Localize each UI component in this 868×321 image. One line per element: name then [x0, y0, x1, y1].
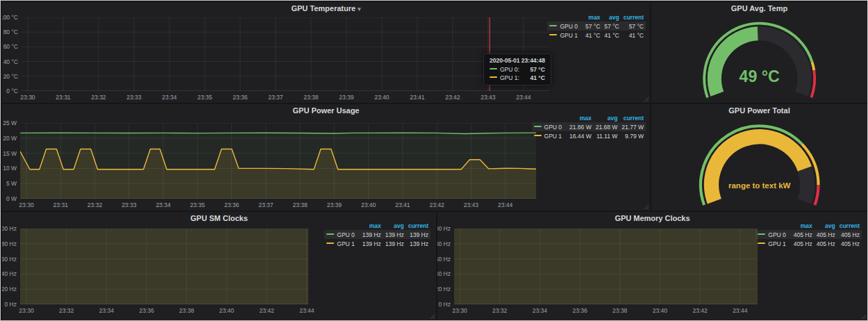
tooltip-series-label: GPU 0: [500, 66, 519, 73]
x-tick-label: 23:32 [91, 94, 106, 101]
x-tick-label: 23:41 [410, 94, 424, 101]
legend-value: 21.68 W [594, 122, 620, 131]
legend-value: 405 Hz [815, 230, 837, 239]
legend-column-header[interactable]: current [619, 114, 646, 122]
gpu-avg-temp-gauge: 49 °C [651, 14, 867, 101]
chevron-down-icon: ▾ [358, 6, 361, 13]
legend-column-header[interactable]: current [406, 222, 431, 230]
legend-series-toggle[interactable]: GPU 0 [324, 230, 360, 239]
gauge-value-text: range to text kW [728, 181, 791, 190]
legend-gpu-temperature: maxavgcurrentGPU 057 °C57 °C57 °CGPU 141… [547, 13, 646, 40]
legend-series-toggle[interactable]: GPU 0 [532, 122, 568, 131]
panel-title-gpu-temperature[interactable]: GPU Temperature▾ [2, 4, 650, 14]
x-tick-label: 23:30 [452, 307, 467, 314]
legend-column-header[interactable]: max [360, 222, 383, 230]
panel-resize-handle[interactable] [861, 314, 867, 320]
legend-gpu-memory-clocks: maxavgcurrentGPU 0405 Hz405 Hz405 HzGPU … [756, 222, 862, 248]
x-tick-label: 23:32 [87, 201, 102, 208]
y-tick-label: 0 °C [6, 88, 18, 94]
x-tick-label: 23:40 [653, 307, 667, 314]
x-tick-label: 23:33 [126, 94, 141, 101]
legend-header-spacer [324, 222, 360, 230]
y-tick-label: 100 Hz [2, 225, 17, 232]
x-tick-label: 23:42 [429, 201, 444, 208]
legend-series-toggle[interactable]: GPU 1 [324, 239, 360, 248]
y-tick-label: 40 Hz [437, 270, 451, 277]
legend-value: 57 °C [621, 22, 646, 31]
legend-column-header[interactable]: max [583, 13, 602, 22]
legend-row: GPU 0405 Hz405 Hz405 Hz [756, 230, 862, 239]
panel-gpu-avg-temp: GPU Avg. Temp 49 °C [651, 2, 867, 103]
y-tick-label: 10 W [3, 165, 17, 172]
legend-column-header[interactable]: current [837, 222, 862, 230]
legend-column-header[interactable]: avg [383, 222, 406, 230]
legend-column-header[interactable]: max [792, 222, 815, 230]
tooltip-row: GPU 0:57 °C [490, 66, 545, 73]
legend-series-toggle[interactable]: GPU 1 [756, 239, 792, 248]
y-tick-label: 80 °C [3, 28, 18, 35]
gpu-sm-clocks-chart[interactable]: 100 Hz80 Hz60 Hz40 Hz20 Hz0 Hz23:3023:32… [20, 229, 308, 304]
legend-gpu-sm-clocks: maxavgcurrentGPU 0139 Hz139 Hz139 HzGPU … [324, 222, 431, 248]
x-tick-label: 23:30 [20, 94, 35, 101]
x-tick-label: 23:44 [733, 307, 747, 314]
gpu-temperature-chart[interactable]: 100 °C80 °C60 °C40 °C20 °C0 °C23:3023:31… [22, 17, 550, 91]
legend-series-toggle[interactable]: GPU 0 [547, 22, 583, 31]
panel-title-text: GPU Memory Clocks [615, 214, 690, 222]
gpu-power-usage-chart[interactable]: 25 W20 W15 W10 W5 W0 W23:3023:3123:3223:… [20, 123, 536, 199]
series-color-dash-icon [326, 233, 334, 235]
panel-title-gpu-avg-temp[interactable]: GPU Avg. Temp [651, 4, 867, 14]
legend-value: 405 Hz [792, 239, 815, 248]
panel-title-gpu-power-total[interactable]: GPU Power Total [651, 106, 867, 116]
panel-gpu-memory-clocks: GPU Memory Clocks 100 Hz80 Hz60 Hz40 Hz2… [437, 212, 867, 320]
legend-value: 57 °C [583, 22, 602, 31]
legend-series-toggle[interactable]: GPU 1 [532, 131, 568, 140]
legend-row: GPU 141 °C41 °C41 °C [547, 31, 646, 40]
legend-column-header[interactable]: avg [815, 222, 837, 230]
tooltip-series-value: 41 °C [531, 74, 545, 81]
x-tick-label: 23:35 [190, 201, 205, 208]
legend-column-header[interactable]: avg [602, 13, 621, 22]
y-tick-label: 20 W [3, 135, 17, 142]
legend-value: 405 Hz [792, 230, 815, 239]
x-tick-label: 23:36 [139, 307, 153, 314]
legend-value: 139 Hz [406, 239, 431, 248]
y-tick-label: 100 Hz [437, 225, 451, 232]
tooltip-series-value: 57 °C [531, 66, 545, 73]
legend-column-header[interactable]: avg [594, 114, 620, 122]
legend-value: 16.44 W [567, 131, 594, 140]
legend-row: GPU 1405 Hz405 Hz405 Hz [756, 239, 862, 248]
panel-gpu-power-usage: GPU Power Usage 25 W20 W15 W10 W5 W0 W23… [2, 104, 650, 211]
x-tick-label: 23:38 [303, 94, 318, 101]
y-tick-label: 60 Hz [2, 256, 17, 263]
legend-value: 139 Hz [383, 239, 406, 248]
legend-value: 41 °C [602, 31, 621, 40]
panel-gpu-power-total: GPU Power Total range to text kW [651, 104, 867, 211]
panel-resize-handle[interactable] [644, 97, 649, 102]
x-tick-label: 23:43 [481, 94, 495, 101]
tooltip-row: GPU 1:41 °C [490, 74, 545, 81]
legend-series-toggle[interactable]: GPU 0 [756, 230, 792, 239]
x-tick-label: 23:30 [19, 307, 33, 314]
panel-resize-handle[interactable] [644, 204, 649, 210]
legend-series-toggle[interactable]: GPU 1 [547, 31, 583, 40]
x-tick-label: 23:37 [268, 94, 283, 101]
tooltip-timestamp: 2020-05-01 23:44:48 [490, 57, 545, 64]
x-tick-label: 23:34 [533, 307, 547, 314]
legend-column-header[interactable]: max [567, 114, 594, 122]
y-tick-label: 60 Hz [437, 256, 451, 263]
legend-value: 139 Hz [383, 230, 406, 239]
gpu-memory-clocks-chart[interactable]: 100 Hz80 Hz60 Hz40 Hz20 Hz0 Hz23:3023:32… [454, 229, 758, 304]
y-tick-label: 25 W [3, 120, 17, 126]
legend-value: 21.77 W [619, 122, 646, 131]
y-tick-label: 80 Hz [437, 240, 451, 247]
legend-value: 11.11 W [594, 131, 620, 140]
x-tick-label: 23:41 [395, 201, 410, 208]
panel-resize-handle[interactable] [430, 314, 435, 320]
legend-value: 139 Hz [360, 230, 383, 239]
x-tick-label: 23:39 [339, 94, 353, 101]
series-color-dash-icon [534, 135, 542, 136]
legend-value: 405 Hz [837, 230, 862, 239]
x-tick-label: 23:33 [122, 201, 136, 208]
legend-header-spacer [547, 13, 583, 22]
legend-column-header[interactable]: current [621, 13, 646, 22]
